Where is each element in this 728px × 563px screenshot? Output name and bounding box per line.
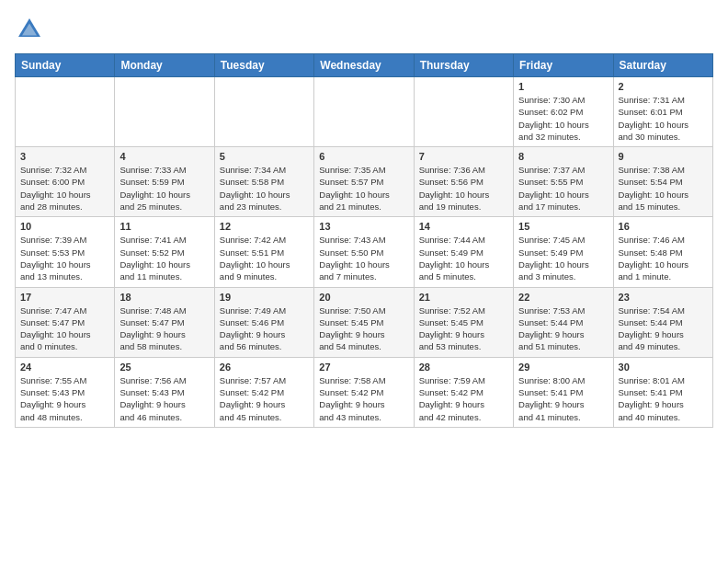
day-number: 28 [419, 362, 508, 373]
day-info: Sunrise: 7:57 AM Sunset: 5:42 PM Dayligh… [220, 374, 309, 423]
day-info: Sunrise: 7:46 AM Sunset: 5:48 PM Dayligh… [619, 234, 708, 282]
page-header [15, 15, 713, 44]
day-number: 18 [119, 292, 209, 303]
calendar-cell: 8Sunrise: 7:37 AM Sunset: 5:55 PM Daylig… [514, 147, 613, 217]
calendar-cell: 25Sunrise: 7:56 AM Sunset: 5:43 PM Dayli… [115, 357, 214, 427]
calendar-weekday-friday: Friday [514, 54, 613, 77]
logo-icon [15, 15, 44, 44]
calendar-week-2: 3Sunrise: 7:32 AM Sunset: 6:00 PM Daylig… [16, 147, 713, 217]
day-number: 17 [20, 292, 109, 303]
day-info: Sunrise: 7:50 AM Sunset: 5:45 PM Dayligh… [319, 304, 408, 353]
calendar-cell: 28Sunrise: 7:59 AM Sunset: 5:42 PM Dayli… [414, 357, 513, 427]
day-number: 11 [119, 221, 209, 232]
calendar-cell [314, 77, 414, 147]
calendar-cell: 22Sunrise: 7:53 AM Sunset: 5:44 PM Dayli… [514, 287, 613, 357]
calendar-cell: 1Sunrise: 7:30 AM Sunset: 6:02 PM Daylig… [514, 77, 613, 147]
calendar-cell: 14Sunrise: 7:44 AM Sunset: 5:49 PM Dayli… [414, 217, 513, 287]
day-info: Sunrise: 7:55 AM Sunset: 5:43 PM Dayligh… [20, 374, 109, 423]
day-info: Sunrise: 7:37 AM Sunset: 5:55 PM Dayligh… [518, 164, 608, 213]
day-info: Sunrise: 7:49 AM Sunset: 5:46 PM Dayligh… [220, 304, 309, 353]
calendar-cell: 10Sunrise: 7:39 AM Sunset: 5:53 PM Dayli… [16, 217, 115, 287]
calendar-cell: 27Sunrise: 7:58 AM Sunset: 5:42 PM Dayli… [314, 357, 414, 427]
day-info: Sunrise: 7:48 AM Sunset: 5:47 PM Dayligh… [119, 304, 209, 353]
calendar-cell: 30Sunrise: 8:01 AM Sunset: 5:41 PM Dayli… [613, 357, 712, 427]
day-number: 20 [319, 292, 408, 303]
calendar-weekday-sunday: Sunday [16, 54, 115, 77]
day-info: Sunrise: 7:43 AM Sunset: 5:50 PM Dayligh… [319, 234, 408, 282]
day-info: Sunrise: 7:32 AM Sunset: 6:00 PM Dayligh… [20, 164, 109, 213]
calendar-cell: 18Sunrise: 7:48 AM Sunset: 5:47 PM Dayli… [115, 287, 214, 357]
calendar-cell: 19Sunrise: 7:49 AM Sunset: 5:46 PM Dayli… [214, 287, 313, 357]
calendar-weekday-monday: Monday [115, 54, 214, 77]
calendar-cell: 29Sunrise: 8:00 AM Sunset: 5:41 PM Dayli… [514, 357, 613, 427]
day-number: 10 [20, 221, 109, 232]
calendar-weekday-tuesday: Tuesday [214, 54, 313, 77]
calendar-cell: 2Sunrise: 7:31 AM Sunset: 6:01 PM Daylig… [613, 77, 712, 147]
calendar-cell: 4Sunrise: 7:33 AM Sunset: 5:59 PM Daylig… [115, 147, 214, 217]
day-number: 29 [518, 362, 608, 373]
logo [15, 15, 48, 44]
calendar-cell: 9Sunrise: 7:38 AM Sunset: 5:54 PM Daylig… [613, 147, 712, 217]
day-info: Sunrise: 7:33 AM Sunset: 5:59 PM Dayligh… [119, 164, 209, 213]
day-number: 8 [518, 151, 608, 162]
calendar-cell [214, 77, 313, 147]
day-info: Sunrise: 7:59 AM Sunset: 5:42 PM Dayligh… [419, 374, 508, 423]
day-number: 1 [518, 81, 608, 92]
calendar-cell: 13Sunrise: 7:43 AM Sunset: 5:50 PM Dayli… [314, 217, 414, 287]
day-info: Sunrise: 8:01 AM Sunset: 5:41 PM Dayligh… [619, 374, 708, 423]
calendar-cell: 23Sunrise: 7:54 AM Sunset: 5:44 PM Dayli… [613, 287, 712, 357]
calendar-cell: 24Sunrise: 7:55 AM Sunset: 5:43 PM Dayli… [16, 357, 115, 427]
day-info: Sunrise: 7:56 AM Sunset: 5:43 PM Dayligh… [119, 374, 209, 423]
day-number: 27 [319, 362, 408, 373]
day-info: Sunrise: 7:39 AM Sunset: 5:53 PM Dayligh… [20, 234, 109, 282]
day-number: 25 [119, 362, 209, 373]
calendar-cell: 6Sunrise: 7:35 AM Sunset: 5:57 PM Daylig… [314, 147, 414, 217]
day-info: Sunrise: 7:52 AM Sunset: 5:45 PM Dayligh… [419, 304, 508, 353]
day-number: 4 [119, 151, 209, 162]
calendar-weekday-saturday: Saturday [613, 54, 712, 77]
calendar-cell: 11Sunrise: 7:41 AM Sunset: 5:52 PM Dayli… [115, 217, 214, 287]
day-number: 21 [419, 292, 508, 303]
day-number: 23 [619, 292, 708, 303]
day-info: Sunrise: 7:44 AM Sunset: 5:49 PM Dayligh… [419, 234, 508, 282]
calendar-cell: 26Sunrise: 7:57 AM Sunset: 5:42 PM Dayli… [214, 357, 313, 427]
day-number: 5 [220, 151, 309, 162]
day-info: Sunrise: 7:42 AM Sunset: 5:51 PM Dayligh… [220, 234, 309, 282]
day-number: 30 [619, 362, 708, 373]
day-number: 3 [20, 151, 109, 162]
calendar-cell: 21Sunrise: 7:52 AM Sunset: 5:45 PM Dayli… [414, 287, 513, 357]
calendar-table: SundayMondayTuesdayWednesdayThursdayFrid… [15, 53, 713, 428]
calendar-cell: 15Sunrise: 7:45 AM Sunset: 5:49 PM Dayli… [514, 217, 613, 287]
day-number: 19 [220, 292, 309, 303]
calendar-cell: 12Sunrise: 7:42 AM Sunset: 5:51 PM Dayli… [214, 217, 313, 287]
calendar-cell [115, 77, 214, 147]
day-number: 13 [319, 221, 408, 232]
day-number: 6 [319, 151, 408, 162]
day-info: Sunrise: 7:31 AM Sunset: 6:01 PM Dayligh… [619, 94, 708, 143]
day-number: 12 [220, 221, 309, 232]
calendar-week-4: 17Sunrise: 7:47 AM Sunset: 5:47 PM Dayli… [16, 287, 713, 357]
calendar-weekday-wednesday: Wednesday [314, 54, 414, 77]
calendar-cell: 3Sunrise: 7:32 AM Sunset: 6:00 PM Daylig… [16, 147, 115, 217]
day-info: Sunrise: 7:47 AM Sunset: 5:47 PM Dayligh… [20, 304, 109, 353]
calendar-week-3: 10Sunrise: 7:39 AM Sunset: 5:53 PM Dayli… [16, 217, 713, 287]
day-number: 24 [20, 362, 109, 373]
day-info: Sunrise: 7:35 AM Sunset: 5:57 PM Dayligh… [319, 164, 408, 213]
calendar-cell: 20Sunrise: 7:50 AM Sunset: 5:45 PM Dayli… [314, 287, 414, 357]
day-number: 9 [619, 151, 708, 162]
day-info: Sunrise: 7:53 AM Sunset: 5:44 PM Dayligh… [518, 304, 608, 353]
day-number: 2 [619, 81, 708, 92]
calendar-cell: 5Sunrise: 7:34 AM Sunset: 5:58 PM Daylig… [214, 147, 313, 217]
calendar-header-row: SundayMondayTuesdayWednesdayThursdayFrid… [16, 54, 713, 77]
day-info: Sunrise: 7:45 AM Sunset: 5:49 PM Dayligh… [518, 234, 608, 282]
calendar-cell [414, 77, 513, 147]
day-info: Sunrise: 7:30 AM Sunset: 6:02 PM Dayligh… [518, 94, 608, 143]
calendar-cell [16, 77, 115, 147]
day-number: 16 [619, 221, 708, 232]
calendar-cell: 7Sunrise: 7:36 AM Sunset: 5:56 PM Daylig… [414, 147, 513, 217]
day-number: 22 [518, 292, 608, 303]
day-info: Sunrise: 7:41 AM Sunset: 5:52 PM Dayligh… [119, 234, 209, 282]
day-info: Sunrise: 8:00 AM Sunset: 5:41 PM Dayligh… [518, 374, 608, 423]
day-number: 26 [220, 362, 309, 373]
day-info: Sunrise: 7:54 AM Sunset: 5:44 PM Dayligh… [619, 304, 708, 353]
